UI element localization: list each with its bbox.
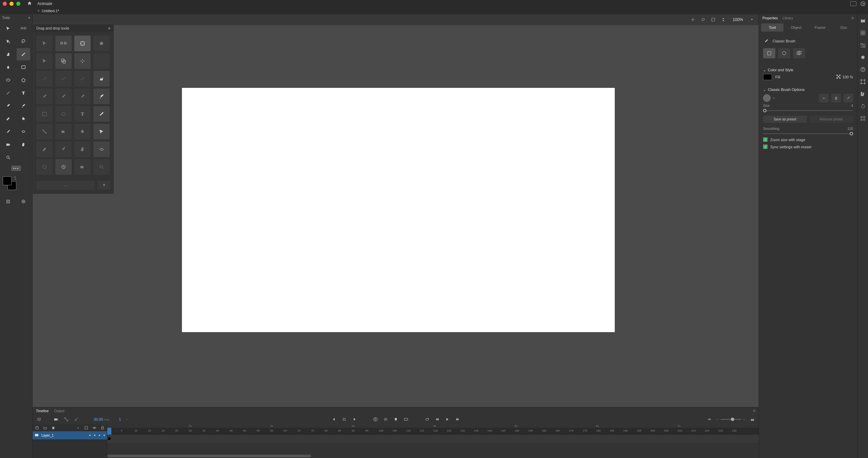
brush-shape-preview[interactable] [763, 94, 771, 102]
tab-timeline[interactable]: Timeline [36, 409, 49, 413]
add-camera-icon[interactable] [53, 416, 59, 422]
dnd-3d-translation-tool[interactable] [55, 53, 72, 69]
panel-menu-icon[interactable]: ≡ [851, 16, 854, 20]
opacity-grid-icon[interactable] [836, 75, 841, 79]
history-icon[interactable] [859, 102, 867, 110]
save-preset-button[interactable]: Save as preset [763, 116, 807, 123]
brush-options-section-header[interactable]: ⌄ Classic Brush Options [763, 85, 853, 94]
layer-depth-icon[interactable] [36, 416, 42, 422]
align-icon[interactable] [859, 41, 867, 49]
add-brush-icon[interactable]: + [819, 94, 829, 102]
timeline-horizontal-scrollbar[interactable] [107, 455, 311, 457]
center-stage-icon[interactable] [689, 16, 696, 23]
ink-bottle-tool[interactable] [1, 126, 15, 138]
step-forward-icon[interactable] [351, 416, 357, 422]
asset-warp-tool[interactable] [17, 126, 30, 138]
keyframe[interactable] [108, 437, 111, 440]
layer-effects-icon[interactable] [73, 416, 79, 422]
visibility-icon[interactable] [92, 425, 97, 430]
fit-in-window-icon[interactable] [720, 16, 727, 23]
close-window-button[interactable] [3, 2, 7, 6]
dnd-add-anchor-tool[interactable] [55, 71, 72, 87]
dnd-brush-variant-3[interactable] [74, 89, 91, 104]
dnd-delete-anchor-tool[interactable] [74, 71, 91, 87]
zoom-level[interactable]: 100% [730, 17, 745, 23]
primitive-drawing-mode[interactable] [793, 48, 805, 58]
dnd-paint-brush-tool[interactable] [93, 89, 110, 104]
dnd-hand-tool[interactable] [74, 141, 91, 157]
dnd-width-tool[interactable] [74, 53, 91, 69]
camera-tool[interactable] [1, 138, 15, 151]
layer-name[interactable]: Layer_1 [41, 434, 87, 437]
sub-tab-doc[interactable]: Doc [833, 23, 855, 32]
rotate-stage-icon[interactable] [700, 16, 706, 23]
dnd-gradient-transform-tool[interactable] [93, 36, 110, 51]
delete-brush-icon[interactable] [831, 94, 841, 102]
layer-outline-toggle[interactable] [94, 435, 95, 436]
step-back-icon[interactable] [341, 416, 347, 422]
sub-tab-frame[interactable]: Frame [809, 23, 831, 32]
sync-eraser-checkbox[interactable]: ✓ [763, 145, 768, 149]
assets-icon[interactable] [859, 29, 867, 37]
oval-tool[interactable] [1, 74, 15, 86]
selection-tool[interactable] [1, 22, 15, 35]
canvas[interactable] [182, 88, 615, 332]
remove-preset-button[interactable]: Remove preset [810, 116, 853, 123]
swatches-icon[interactable] [859, 90, 867, 98]
zoom-dropdown-icon[interactable] [749, 16, 755, 23]
timeline-frames[interactable]: 1s2s3s4s5s6s7s 5101520253035404550556065… [107, 424, 759, 458]
timeline-menu-icon[interactable]: ≡ [753, 408, 755, 413]
dnd-pen-tool-slot[interactable] [36, 71, 53, 87]
new-layer-icon[interactable] [35, 425, 39, 430]
outline-view-icon[interactable] [84, 425, 89, 430]
minimize-window-button[interactable] [10, 2, 14, 6]
resize-timeline-icon[interactable] [749, 416, 755, 422]
fast-forward-icon[interactable] [455, 416, 461, 422]
hand-tool[interactable] [17, 138, 30, 151]
layer-visibility-toggle[interactable] [99, 435, 100, 436]
layer-parenting-icon[interactable] [63, 416, 69, 422]
polystar-tool[interactable] [17, 74, 30, 86]
color-icon[interactable] [859, 54, 867, 61]
dnd-brush-variant-2[interactable] [55, 89, 72, 104]
edit-multiple-frames-icon[interactable] [383, 416, 389, 422]
dnd-spacer-bar[interactable]: — [36, 181, 95, 190]
subselection-tool[interactable] [17, 22, 30, 35]
dnd-time-scrub-tool[interactable] [55, 159, 72, 175]
paint-bucket-tool[interactable] [17, 113, 30, 125]
sub-tab-object[interactable]: Object [785, 23, 807, 32]
dnd-subselection-tool[interactable] [55, 36, 72, 51]
create-tween-icon[interactable] [403, 416, 409, 422]
tab-properties[interactable]: Properties [762, 16, 778, 20]
play-preview-icon[interactable] [861, 1, 865, 6]
workspace-layout-icon[interactable] [850, 1, 856, 6]
pen-tool[interactable] [1, 61, 15, 73]
insert-keyframe-icon[interactable] [706, 416, 713, 422]
size-slider[interactable] [763, 108, 853, 113]
dnd-pencil-tool[interactable] [93, 106, 110, 122]
dnd-rotation-tool[interactable] [36, 159, 53, 175]
frame-row[interactable] [107, 435, 759, 443]
dnd-eraser-variant[interactable] [36, 141, 53, 157]
zoom-tool[interactable] [1, 151, 15, 164]
fill-opacity-value[interactable]: 100 % [843, 75, 853, 79]
cc-libraries-icon[interactable] [859, 17, 867, 24]
snap-to-objects[interactable] [17, 195, 30, 208]
free-transform-tool[interactable] [1, 35, 15, 47]
paint-brush-tool[interactable] [17, 100, 30, 112]
new-folder-icon[interactable] [43, 425, 48, 430]
document-tab[interactable]: × Untitled-1* [34, 8, 62, 14]
color-style-section-header[interactable]: ⌄ Color and Style [763, 66, 853, 74]
dnd-oval-tool[interactable] [55, 106, 72, 122]
rewind-icon[interactable] [434, 416, 440, 422]
layer-row[interactable]: Layer_1 [33, 431, 107, 439]
dnd-free-transform-tool[interactable] [74, 36, 91, 51]
play-icon[interactable] [444, 416, 450, 422]
dnd-zoom-tool[interactable] [93, 159, 110, 175]
swap-colors-icon[interactable] [14, 176, 17, 180]
object-drawing-mode-btn[interactable] [778, 48, 790, 58]
smoothing-value[interactable]: 100 [847, 127, 853, 131]
components-icon[interactable] [859, 115, 867, 122]
fill-color-picker[interactable] [763, 74, 772, 80]
more-tools-icon[interactable]: ••• [11, 166, 21, 171]
